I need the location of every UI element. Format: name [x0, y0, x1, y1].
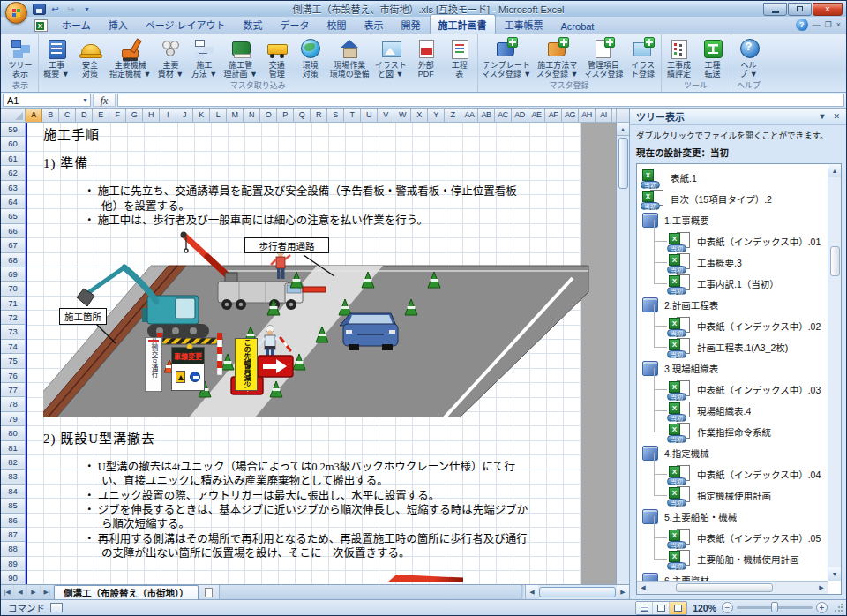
row-header[interactable]: 64 — [1, 195, 25, 209]
column-header[interactable]: J — [176, 109, 193, 122]
ribbon-button[interactable]: 現場作業 環境の整備 — [327, 35, 372, 79]
last-sheet-icon[interactable]: ▶| — [41, 585, 54, 599]
resize-grip[interactable] — [834, 604, 843, 612]
row-header[interactable]: 59 — [1, 123, 25, 137]
ribbon-button[interactable]: イラスト と図 ▼ — [372, 35, 409, 79]
column-header[interactable]: AI — [596, 109, 612, 122]
tree-item[interactable]: 当初 中表紙（インデックス中）.05 — [669, 527, 827, 548]
insert-worksheet-icon[interactable] — [199, 585, 220, 599]
row-header[interactable]: 76 — [1, 369, 25, 383]
column-header[interactable]: L — [210, 109, 227, 122]
ribbon-button[interactable]: 交通 管理 — [260, 35, 294, 79]
column-header[interactable]: F — [109, 109, 126, 122]
tree-scroll-down-icon[interactable]: ▼ — [828, 567, 842, 581]
row-header[interactable]: 74 — [1, 340, 25, 354]
row-header[interactable]: 60 — [1, 137, 25, 151]
undo-icon[interactable]: ↩ — [49, 4, 62, 15]
column-header[interactable]: W — [394, 109, 411, 122]
next-sheet-icon[interactable]: ▶ — [27, 585, 41, 599]
namebox-dropdown-icon[interactable]: ▼ — [82, 97, 88, 103]
tree-item[interactable]: 当初 中表紙（インデックス中）.01 — [669, 230, 827, 252]
tree-item[interactable]: 当初 工事内訳.1（当初） — [669, 273, 827, 294]
scroll-right-icon[interactable]: ▶ — [617, 585, 629, 599]
macro-record-icon[interactable] — [50, 603, 63, 612]
tree-scroll-up-icon[interactable]: ▲ — [828, 164, 842, 177]
row-header[interactable]: 73 — [1, 325, 25, 339]
save-icon[interactable] — [33, 4, 46, 15]
vertical-scroll-thumb[interactable] — [618, 138, 628, 189]
column-header[interactable]: AG — [562, 109, 579, 122]
ribbon-button[interactable]: 工種 転送 — [696, 35, 730, 79]
row-header[interactable]: 66 — [1, 224, 25, 238]
help-icon[interactable]: ? — [796, 19, 808, 31]
ribbon-button[interactable]: ヘル プ ▼ — [732, 35, 766, 79]
ribbon-tab[interactable]: データ — [272, 14, 319, 34]
panel-dropdown-icon[interactable]: ▼ — [819, 112, 827, 121]
ribbon-button[interactable]: 施工方法マ スタ登録 ▼ — [534, 35, 581, 79]
row-header[interactable]: 67 — [1, 238, 25, 252]
column-header[interactable]: AE — [528, 109, 545, 122]
horizontal-scrollbar[interactable]: ◀ ▶ — [525, 585, 629, 599]
ribbon-button[interactable]: 工程 表 — [443, 35, 476, 79]
row-header[interactable]: 88 — [1, 542, 25, 556]
row-header[interactable]: 71 — [1, 297, 25, 311]
select-all-corner[interactable] — [1, 109, 26, 122]
tree-item[interactable]: 2.計画工程表 — [642, 294, 827, 315]
ribbon-button[interactable]: テンプレート マスタ登録 ▼ — [479, 35, 534, 79]
tree-horizontal-scrollbar[interactable]: ◀ ▶ — [637, 581, 828, 594]
scroll-up-icon[interactable]: ▲ — [617, 123, 630, 136]
tree-item[interactable]: 当初 中表紙（インデックス中）.03 — [669, 379, 827, 400]
column-header[interactable]: T — [344, 109, 361, 122]
tree-hscroll-thumb[interactable] — [676, 583, 773, 592]
row-header[interactable]: 63 — [1, 181, 25, 195]
column-header[interactable]: Q — [294, 109, 311, 122]
sheet-cells[interactable]: 歩行者用通路 施工箇所 この先幅員減少 片側交互通行 車線変更 — [26, 123, 616, 584]
tree-item[interactable]: 1.工事概要 — [642, 209, 827, 230]
row-header[interactable]: 68 — [1, 253, 25, 267]
page-break-preview-button[interactable] — [670, 602, 686, 614]
ribbon-tab[interactable]: 挿入 — [100, 14, 137, 34]
ribbon-tab[interactable]: ページ レイアウト — [137, 14, 235, 34]
tree-scroll-right-icon[interactable]: ▶ — [815, 582, 828, 594]
tree-vertical-scrollbar[interactable]: ▲ ▼ — [828, 164, 841, 581]
tree-item[interactable]: 当初 現場組織表.4 — [669, 400, 827, 421]
ribbon-button[interactable]: 工事成 績評定 — [663, 35, 696, 79]
row-header[interactable]: 79 — [1, 412, 25, 426]
row-header[interactable]: 83 — [1, 470, 25, 484]
column-header[interactable]: X — [411, 109, 428, 122]
minimize-button[interactable] — [763, 3, 787, 16]
ribbon-tab[interactable]: 校閲 — [319, 14, 356, 34]
row-header[interactable]: 62 — [1, 166, 25, 180]
horizontal-scroll-thumb[interactable] — [539, 587, 616, 597]
column-header[interactable]: AA — [461, 109, 478, 122]
column-header[interactable]: AF — [545, 109, 562, 122]
row-header[interactable]: 90 — [1, 571, 25, 584]
row-header[interactable]: 87 — [1, 528, 25, 542]
ribbon-button[interactable]: 施工管 理計画 ▼ — [221, 35, 259, 79]
column-header[interactable]: V — [378, 109, 394, 122]
zoom-slider[interactable] — [737, 606, 813, 609]
column-header[interactable]: AB — [478, 109, 495, 122]
doc-minimize-icon[interactable]: — — [813, 20, 821, 29]
ribbon-tab[interactable]: 工事帳票 — [496, 14, 552, 34]
column-header[interactable]: AC — [495, 109, 512, 122]
column-header[interactable]: I — [160, 109, 176, 122]
tree-scroll-thumb[interactable] — [830, 246, 840, 276]
column-header[interactable]: AD — [512, 109, 528, 122]
row-header[interactable]: 82 — [1, 455, 25, 470]
normal-view-button[interactable] — [636, 602, 653, 614]
ribbon-button[interactable]: 主要機械 指定機械 ▼ — [107, 35, 154, 79]
row-header[interactable]: 84 — [1, 485, 25, 499]
tree-item[interactable]: 5.主要船舶・機械 — [642, 506, 827, 527]
tree-item[interactable]: 当初 表紙.1 — [642, 167, 827, 188]
column-header[interactable]: Z — [445, 109, 461, 122]
prev-sheet-icon[interactable]: ◀ — [14, 585, 27, 599]
column-header[interactable]: C — [59, 109, 76, 122]
tree-item[interactable]: 当初 作業指揮命令系統 — [669, 421, 827, 442]
redo-icon[interactable]: ↪ — [64, 4, 78, 15]
ribbon-button[interactable]: 外部 PDF — [409, 35, 443, 79]
column-header[interactable]: R — [311, 109, 327, 122]
row-header[interactable]: 70 — [1, 282, 25, 296]
name-box[interactable]: A1▼ — [3, 94, 91, 107]
panel-close-icon[interactable]: ✕ — [833, 112, 840, 121]
